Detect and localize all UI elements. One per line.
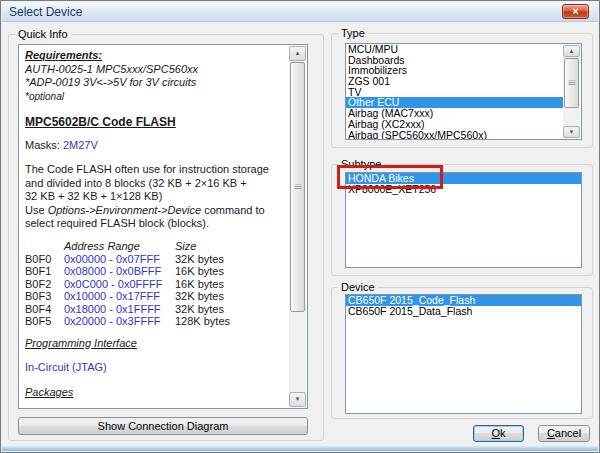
menu-path: Options->Environment->Device (48, 204, 201, 216)
type-option[interactable]: Airbag (XC2xxx) (346, 119, 564, 130)
flash-table-row: B0F2 0x0C000 - 0x0FFFF 16K bytes (25, 278, 289, 291)
device-group: Device CB650F 2015_Code_Flash CB650F 201… (331, 287, 593, 419)
scrollbar-grip (294, 185, 301, 190)
size-header: Size (175, 240, 289, 253)
type-scrollbar[interactable]: ▲ ▼ (563, 45, 580, 138)
type-option[interactable]: Airbag (SPC560xx/MPC560x) (346, 130, 564, 141)
type-listbox[interactable]: MCU/MPU Dashboards Immobilizers ZGS 001 … (345, 43, 582, 140)
device-listbox[interactable]: CB650F 2015_Code_Flash CB650F 2015_Data_… (345, 294, 582, 414)
packages-heading[interactable]: Packages (25, 386, 289, 400)
cancel-button[interactable]: Cancel (538, 425, 590, 442)
scrollbar-thumb[interactable] (564, 58, 579, 108)
flash-table-header: Address Range Size (25, 240, 289, 253)
description-line: The Code FLASH often use for instruction… (25, 163, 289, 177)
titlebar[interactable]: Select Device × (2, 2, 598, 22)
usage-line2: select required FLASH block (blocks). (25, 217, 289, 231)
flash-table-row: B0F3 0x10000 - 0x17FFF 32K bytes (25, 290, 289, 303)
quick-info-scrollbar[interactable]: ▲ ▼ (289, 46, 306, 407)
flash-table-row: B0F5 0x20000 - 0x3FFFF 128K bytes (25, 315, 289, 328)
scrollbar-thumb[interactable] (290, 62, 305, 312)
device-option[interactable]: CB650F 2015_Data_Flash (346, 306, 581, 317)
requirement-line: *ADP-0019 3V<->5V for 3V circuits (25, 76, 289, 90)
description-line: and divided into 8 blocks (32 KB + 2×16 … (25, 177, 289, 191)
type-option[interactable]: ZGS 001 (346, 76, 564, 87)
window-bottom-border (2, 445, 598, 451)
dialog-window: Select Device × Quick Info Requirements:… (0, 0, 600, 453)
scroll-up-icon[interactable]: ▲ (289, 46, 306, 61)
quick-info-group: Quick Info Requirements: AUTH-0025-1 MPC… (8, 34, 324, 441)
scroll-down-icon[interactable]: ▼ (563, 126, 580, 138)
masks-label: Masks: (25, 139, 60, 151)
type-label: Type (338, 26, 368, 41)
device-title-heading[interactable]: MPC5602B/C Code FLASH (25, 115, 289, 129)
quick-info-content: Requirements: AUTH-0025-1 MPC5xxx/SPC560… (20, 45, 289, 407)
usage-line: Use Options->Environment->Device command… (25, 204, 289, 218)
masks-value-link[interactable]: 2M27V (63, 139, 98, 151)
flash-table-row: B0F0 0x00000 - 0x07FFF 32K bytes (25, 253, 289, 266)
subtype-listbox[interactable]: HONDA Bikes XP8000E_XET256 (345, 172, 582, 268)
requirement-note: *optional (25, 90, 289, 103)
masks-line: Masks: 2M27V (25, 139, 289, 153)
quick-info-textarea[interactable]: Requirements: AUTH-0025-1 MPC5xxx/SPC560… (18, 44, 308, 409)
subtype-label: Subtype (338, 157, 384, 172)
description-line: 32 KB + 32 KB + 1×128 KB) (25, 190, 289, 204)
window-title: Select Device (9, 5, 82, 19)
requirements-heading[interactable]: Requirements: (25, 49, 289, 63)
scroll-up-icon[interactable]: ▲ (563, 45, 580, 57)
requirement-line: AUTH-0025-1 MPC5xxx/SPC560xx (25, 63, 289, 77)
programming-interface-heading[interactable]: Programming Interface (25, 337, 289, 351)
show-connection-diagram-button[interactable]: Show Connection Diagram (18, 417, 308, 435)
programming-interface-value[interactable]: In-Circuit (JTAG) (25, 361, 289, 375)
scroll-down-icon[interactable]: ▼ (289, 392, 306, 407)
close-icon[interactable]: × (562, 4, 589, 19)
scrollbar-grip (568, 81, 575, 86)
flash-table-row: B0F4 0x18000 - 0x1FFFF 32K bytes (25, 303, 289, 316)
type-group: Type MCU/MPU Dashboards Immobilizers ZGS… (331, 33, 593, 148)
device-label: Device (338, 280, 378, 295)
ok-button[interactable]: Ok (473, 425, 524, 442)
subtype-group: Subtype HONDA Bikes XP8000E_XET256 (331, 164, 593, 276)
quick-info-label: Quick Info (15, 27, 71, 42)
flash-table-row: B0F1 0x08000 - 0x0BFFF 16K bytes (25, 265, 289, 278)
address-range-header: Address Range (64, 240, 175, 253)
subtype-option[interactable]: XP8000E_XET256 (346, 184, 581, 195)
